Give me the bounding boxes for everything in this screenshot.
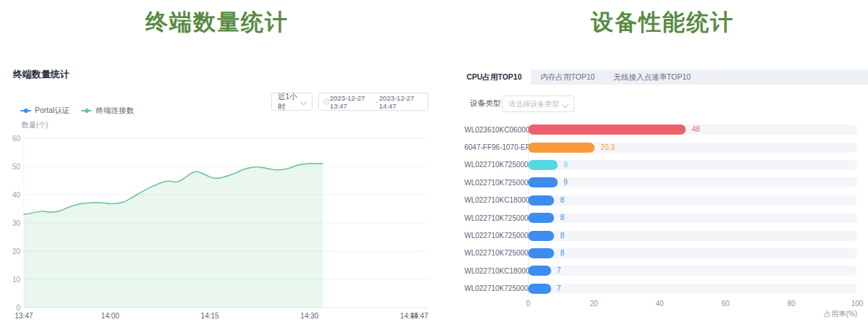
bar-row: WL022710K7250004707: [464, 280, 857, 297]
x-tick-label: 14:47: [410, 312, 428, 320]
clock-icon: [323, 98, 330, 106]
bar-row: WL022710KC180002808: [464, 192, 857, 209]
bar-fill: [528, 284, 551, 294]
device-name-label: WL022710K725000369: [464, 249, 528, 257]
x-tick-label: 40: [655, 300, 663, 308]
bar-value-label: 20.3: [600, 143, 614, 152]
bar-value-label: 8: [560, 213, 564, 222]
bar-fill: [528, 195, 554, 206]
legend-marker-icon: [20, 110, 31, 111]
legend-label: 终端连接数: [95, 106, 134, 116]
bar-row: WL022710KC180003727: [464, 262, 857, 279]
bar-row: WL022710K7250004099: [464, 174, 857, 191]
bar-row: WL022710K7250002728: [464, 209, 857, 227]
x-tick-label: 14:15: [201, 312, 219, 320]
device-name-label: WL022710KC18000372: [464, 267, 528, 275]
tab-1[interactable]: 内存占用TOP10: [531, 69, 604, 85]
x-tick-label: 100: [851, 300, 864, 308]
y-tick-label: 10: [12, 276, 21, 284]
bar-fill: [528, 124, 686, 135]
bar-row: WL023610KC0600004348: [464, 121, 857, 138]
bar-value-label: 9: [563, 161, 568, 169]
bar-fill: [528, 160, 558, 170]
device-section-title: 设备性能统计: [446, 7, 868, 38]
bar-row: WL022710K7250003698: [464, 245, 857, 262]
device-name-label: WL022710K725000102: [464, 161, 528, 169]
y-tick-label: 60: [12, 135, 21, 143]
bar-value-label: 7: [557, 266, 561, 275]
bar-track: 9: [528, 177, 857, 187]
terminal-line-chart[interactable]: 010203040506013:4714:0014:1514:3014:4514…: [0, 119, 434, 330]
time-range-select[interactable]: 近1小时: [271, 93, 312, 111]
bar-fill: [528, 266, 551, 276]
device-type-label: 设备类型: [470, 98, 501, 109]
tab-0[interactable]: CPU占用TOP10: [457, 69, 531, 85]
chevron-down-icon: [562, 101, 569, 109]
legend-item-0[interactable]: Portal认证: [20, 106, 69, 116]
date-range-end: 2023-12-27 14:47: [379, 94, 423, 110]
bar-value-label: 9: [563, 178, 568, 187]
x-tick-label: 0: [526, 300, 530, 308]
x-tick-label: 80: [787, 300, 795, 308]
x-tick-label: 60: [721, 300, 729, 308]
date-range-picker[interactable]: 2023-12-27 13:47 - 2023-12-27 14:47: [318, 93, 428, 111]
y-tick-label: 0: [16, 304, 20, 312]
bar-fill: [528, 143, 595, 153]
device-name-label: WL022710K725000307: [464, 232, 528, 240]
device-name-label: WL023610KC06000043: [464, 126, 528, 134]
bar-fill: [528, 177, 558, 187]
time-range-value: 近1小时: [278, 92, 299, 112]
device-name-label: WL022710K725000272: [464, 214, 528, 222]
device-type-select[interactable]: 请选择设备类型: [502, 96, 574, 112]
device-name-label: 6047-FF96-1070-EF0A: [464, 143, 528, 151]
bar-track: 7: [528, 284, 857, 294]
bar-value-label: 8: [560, 196, 564, 205]
chevron-down-icon: [300, 98, 307, 106]
legend-label: Portal认证: [35, 106, 69, 116]
x-tick-label: 20: [590, 300, 597, 308]
y-tick-label: 30: [12, 219, 21, 227]
bar-chart-x-axis-title: 占用率(%): [785, 309, 857, 319]
y-tick-label: 20: [12, 248, 21, 255]
x-tick-label: 13:47: [14, 312, 33, 320]
legend-item-1[interactable]: 终端连接数: [81, 106, 134, 116]
x-tick-label: 14:30: [300, 312, 318, 320]
bar-track: 20.3: [528, 143, 857, 153]
bar-track: 8: [528, 195, 857, 206]
bar-track: 8: [528, 248, 857, 258]
device-name-label: WL022710K725000409: [464, 179, 528, 187]
bar-track: 7: [528, 266, 857, 276]
terminal-section-title: 终端数量统计: [0, 7, 434, 38]
tab-2[interactable]: 无线接入点速率TOP10: [604, 69, 700, 85]
bar-row: WL022710K7250001029: [464, 156, 857, 174]
bar-value-label: 48: [692, 125, 699, 134]
bar-row: WL022710K7250003078: [464, 227, 857, 244]
bar-track: 8: [528, 213, 857, 223]
legend-marker-icon: [81, 110, 92, 111]
device-name-label: WL022710K725000470: [464, 284, 528, 292]
terminal-card-title: 终端数量统计: [13, 68, 69, 81]
bar-value-label: 8: [560, 232, 564, 240]
bar-track: 48: [528, 124, 857, 135]
device-performance-card: CPU占用TOP10内存占用TOP10无线接入点速率TOP10 设备类型 请选择…: [457, 69, 868, 330]
bar-fill: [528, 231, 554, 241]
device-name-label: WL022710KC18000280: [464, 196, 528, 204]
bar-chart-x-ticks: 020406080100: [528, 300, 857, 308]
cpu-top10-bar-chart[interactable]: WL023610KC06000043486047-FF96-1070-EF0A2…: [464, 121, 857, 297]
date-range-start: 2023-12-27 13:47: [330, 94, 374, 110]
terminal-chart-legend: Portal认证终端连接数: [20, 106, 134, 116]
bar-value-label: 8: [560, 249, 564, 258]
bar-value-label: 7: [557, 284, 561, 293]
y-tick-label: 50: [12, 163, 21, 171]
y-tick-label: 40: [12, 191, 21, 199]
bar-track: 9: [528, 160, 857, 170]
date-range-separator: -: [374, 98, 379, 106]
bar-row: 6047-FF96-1070-EF0A20.3: [464, 138, 857, 156]
x-tick-label: 14:00: [101, 312, 119, 320]
area-fill: [24, 164, 323, 308]
bar-fill: [528, 248, 554, 258]
performance-tab-strip: CPU占用TOP10内存占用TOP10无线接入点速率TOP10: [457, 69, 868, 85]
device-type-placeholder: 请选择设备类型: [509, 99, 559, 109]
bar-track: 8: [528, 231, 857, 241]
bar-fill: [528, 213, 554, 223]
